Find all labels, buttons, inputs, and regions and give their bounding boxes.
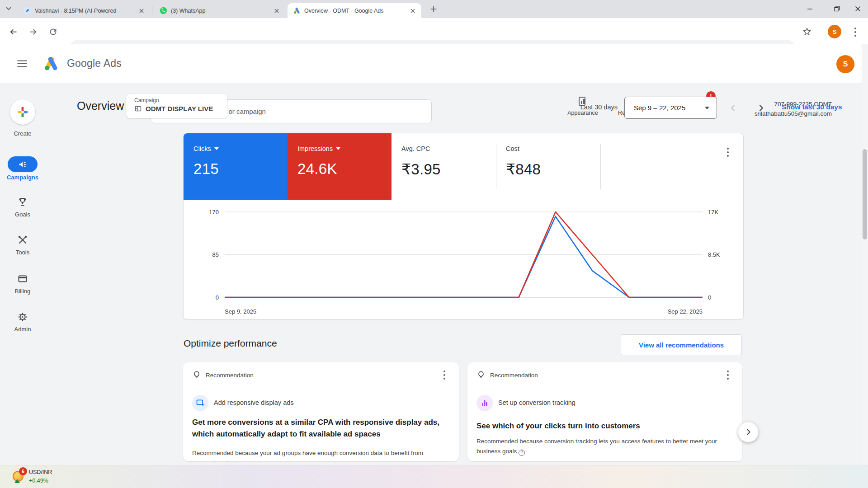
show-last-30-days-link[interactable]: Show last 30 days: [782, 103, 842, 111]
metric-avg-cpc[interactable]: Avg. CPC ₹3.95: [392, 133, 496, 200]
tab-search-icon[interactable]: [5, 5, 13, 14]
screen: Vaishnavi - 8:15PM (AI-Powered (3) Whats…: [0, 0, 868, 488]
scrollbar-thumb[interactable]: [863, 149, 867, 239]
next-recommendations-button[interactable]: [738, 422, 759, 442]
recommendation-headline: Get more conversions at a similar CPA wi…: [192, 417, 448, 440]
recommendation-body-text: Recommended because your ad groups have …: [192, 450, 423, 461]
date-range-dropdown[interactable]: Sep 9 – 22, 2025: [624, 97, 717, 119]
forward-icon[interactable]: [27, 26, 39, 38]
campaign-icon: [134, 105, 142, 113]
browser-profile-avatar[interactable]: S: [828, 25, 841, 38]
campaign-selector-chip[interactable]: Campaign ODMT DISPLAY LIVE: [126, 94, 227, 118]
google-ads-favicon: [293, 7, 301, 14]
metric-cost[interactable]: Cost ₹848: [496, 133, 600, 200]
back-icon[interactable]: [7, 26, 19, 38]
brand-name: Google Ads: [67, 57, 122, 70]
browser-tab[interactable]: Vaishnavi - 8:15PM (AI-Powered: [18, 3, 150, 18]
tab-strip: Vaishnavi - 8:15PM (AI-Powered (3) Whats…: [0, 0, 868, 18]
window-minimize-button[interactable]: [799, 0, 820, 17]
lightbulb-icon: [192, 371, 201, 380]
sidebar-label-goals: Goals: [0, 211, 45, 218]
card-tag: Recommendation: [206, 372, 254, 379]
sidebar-label-campaigns: Campaigns: [0, 174, 45, 181]
tab-close-icon[interactable]: [273, 7, 281, 15]
browser-tab[interactable]: (3) WhatsApp: [154, 3, 285, 18]
widget-badge: 6: [19, 467, 27, 475]
hamburger-menu-icon[interactable]: [16, 58, 28, 71]
new-tab-button[interactable]: [429, 4, 439, 16]
responsive-display-ads-icon: [192, 395, 208, 411]
sonr-favicon: [24, 7, 31, 14]
info-icon[interactable]: ?: [519, 450, 525, 456]
reload-icon[interactable]: [47, 26, 59, 38]
credit-card-icon: [17, 273, 28, 284]
stock-change: +0.49%: [29, 478, 48, 484]
metric-divider: [496, 144, 496, 189]
browser-menu-icon[interactable]: [850, 28, 861, 37]
tab-close-icon[interactable]: [409, 7, 417, 15]
taskbar-widget[interactable]: 6 USD/INR +0.49%: [11, 468, 88, 486]
tab-separator: [152, 6, 152, 14]
campaign-name: ODMT DISPLAY LIVE: [146, 105, 213, 113]
sidebar-label-tools: Tools: [0, 249, 45, 256]
next-period-button[interactable]: [753, 100, 769, 116]
recommendation-action: Add responsive display ads: [214, 399, 294, 406]
sidebar-item-billing[interactable]: [17, 273, 28, 284]
window-restore-button[interactable]: [826, 0, 847, 17]
metric-divider: [600, 144, 601, 189]
sidebar-item-tools[interactable]: [17, 235, 28, 245]
header-divider: [729, 54, 729, 75]
metric-label: Impressions: [297, 145, 333, 152]
conversion-tracking-icon: [476, 395, 493, 411]
chevron-down-icon[interactable]: [214, 147, 219, 150]
y-axis-tick: 0: [216, 294, 219, 301]
y-axis-tick: 85: [212, 251, 219, 258]
recommendation-card[interactable]: Recommendation Set up conversion trackin…: [467, 362, 742, 461]
scrollbar-track[interactable]: [862, 44, 868, 465]
metric-impressions[interactable]: Impressions 24.6K: [288, 133, 392, 200]
ads-header: Google Ads Appearance Refresh Help Notif…: [0, 44, 868, 83]
account-avatar[interactable]: S: [836, 55, 854, 73]
chevron-down-icon: [705, 107, 709, 109]
google-ads-logo: [42, 55, 60, 74]
trophy-icon: [17, 197, 28, 207]
plus-icon: [17, 106, 28, 118]
tools-icon: [17, 235, 28, 245]
sidebar-item-campaigns[interactable]: [8, 156, 38, 172]
megaphone-icon: [18, 160, 28, 169]
appearance-label: Appearance: [561, 110, 604, 116]
prev-period-button[interactable]: [726, 100, 741, 116]
view-all-recommendations-button[interactable]: View all recommendations: [621, 334, 742, 355]
browser-tab-active[interactable]: Overview - ODMT - Google Ads: [288, 3, 421, 18]
sidebar-item-create[interactable]: [10, 99, 35, 125]
metric-value: ₹848: [506, 160, 600, 178]
sidebar-label-create: Create: [0, 130, 45, 137]
metric-value: ₹3.95: [401, 160, 496, 178]
gear-icon: [17, 311, 28, 323]
recommendation-action: Set up conversion tracking: [498, 399, 576, 406]
metric-label: Clicks: [193, 145, 211, 152]
sidebar-item-goals[interactable]: [17, 197, 28, 207]
sidebar-item-admin[interactable]: [17, 311, 28, 322]
clicks-line: [225, 216, 703, 297]
recommendation-card[interactable]: Recommendation Add responsive display ad…: [183, 362, 459, 461]
metric-value: 215: [193, 160, 288, 178]
metric-value: 24.6K: [297, 160, 392, 178]
sidebar-label-billing: Billing: [0, 288, 45, 295]
recommendation-headline: See which of your clicks turn into custo…: [476, 420, 732, 432]
lightbulb-icon: [476, 371, 486, 380]
metric-clicks[interactable]: Clicks 215: [184, 133, 288, 200]
avatar-initial: S: [843, 60, 848, 68]
card-menu-icon[interactable]: [722, 148, 733, 157]
card-menu-icon[interactable]: [439, 371, 450, 380]
chevron-down-icon[interactable]: [336, 147, 340, 150]
bookmark-star-icon[interactable]: [801, 26, 813, 38]
y2-axis-tick: 8.5K: [708, 251, 720, 258]
tab-close-icon[interactable]: [137, 7, 146, 15]
card-tag: Recommendation: [490, 372, 538, 379]
window-close-button[interactable]: [847, 0, 868, 17]
tab-title: Vaishnavi - 8:15PM (AI-Powered: [35, 8, 134, 14]
recommendation-body: Recommended because conversion tracking …: [476, 436, 732, 456]
date-preset-label: Last 30 days: [560, 103, 618, 111]
card-menu-icon[interactable]: [722, 371, 733, 380]
